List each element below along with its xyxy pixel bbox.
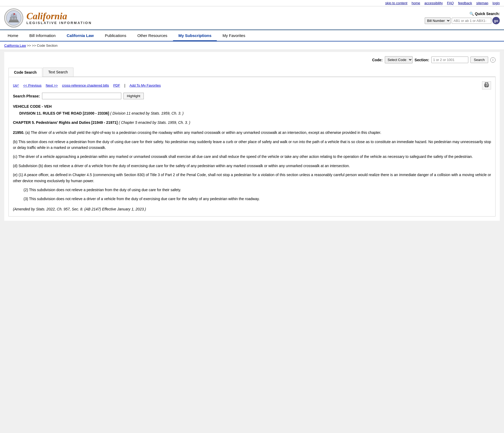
site-title: California LEGISLATIVE INFORMATION (26, 11, 92, 25)
section-intro-paragraph: 21950. (a) The driver of a vehicle shall… (13, 130, 491, 135)
svg-rect-8 (10, 20, 18, 21)
add-to-favorites-link[interactable]: Add To My Favorites (130, 83, 161, 87)
phrase-input[interactable] (42, 93, 121, 99)
svg-rect-9 (9, 21, 19, 22)
svg-rect-3 (10, 17, 11, 20)
quick-search-input[interactable] (452, 18, 491, 24)
search-phrase-row: Search Phrase: Highlight (13, 93, 491, 99)
main-content: Code: Select Code Section: Search i Code… (4, 52, 500, 221)
quick-search-label: 🔍 Quick Search: (469, 12, 500, 16)
paragraph-d: (d) Subdivision (b) does not relieve a d… (13, 163, 491, 169)
chapter-text: CHAPTER 5. Pedestrians' Rights and Dutie… (13, 120, 118, 125)
paragraph-a: (a) The driver of a vehicle shall yield … (25, 130, 381, 135)
site-logo (4, 8, 23, 27)
law-chapter: CHAPTER 5. Pedestrians' Rights and Dutie… (13, 120, 491, 125)
separator: | (124, 83, 125, 88)
document-navigation: Up^ << Previous Next >> cross-reference … (13, 81, 491, 90)
paragraph-c: (c) The driver of a vehicle approaching … (13, 154, 491, 159)
print-icon[interactable] (482, 81, 491, 90)
breadcrumb: California Law >> >> Code Section (0, 41, 504, 50)
text-search-tab[interactable]: Text Search (43, 68, 73, 77)
top-navigation: skip to content home accessibility FAQ f… (0, 0, 504, 6)
breadcrumb-separator: >> >> (27, 44, 37, 48)
accessibility-link[interactable]: accessibility (424, 1, 443, 5)
quick-search-row: Bill Number go (425, 17, 500, 24)
go-button[interactable]: go (492, 17, 500, 24)
logo-area: California LEGISLATIVE INFORMATION (4, 8, 92, 27)
svg-rect-2 (11, 16, 16, 17)
california-law-tab[interactable]: California Law (61, 30, 99, 41)
amendment-note: (Amended by Stats. 2022, Ch. 957, Sec. 8… (13, 206, 491, 212)
home-link[interactable]: home (411, 1, 420, 5)
sitemap-link[interactable]: sitemap (476, 1, 488, 5)
info-icon[interactable]: i (490, 57, 496, 63)
legislative-text: LEGISLATIVE INFORMATION (26, 21, 92, 25)
code-label: Code: (372, 58, 383, 62)
publications-tab[interactable]: Publications (99, 30, 132, 41)
bill-type-select[interactable]: Bill Number (425, 17, 451, 24)
site-header: California LEGISLATIVE INFORMATION 🔍 Qui… (0, 6, 504, 30)
my-subscriptions-tab[interactable]: My Subscriptions (173, 30, 217, 41)
breadcrumb-current: Code Section (37, 44, 58, 48)
skip-to-content-link[interactable]: skip to content (385, 1, 408, 5)
code-select[interactable]: Select Code (385, 56, 413, 63)
division-note: ( Division 11 enacted by Stats. 1959, Ch… (110, 111, 184, 115)
law-title: VEHICLE CODE - VEH (13, 103, 491, 109)
code-search-button[interactable]: Search (470, 57, 488, 63)
quick-search-area: 🔍 Quick Search: Bill Number go (425, 12, 500, 24)
section-input[interactable] (431, 57, 468, 63)
cross-reference-link[interactable]: cross-reference chaptered bills (62, 83, 109, 87)
paragraph-e3: (3) This subdivision does not relieve a … (24, 196, 491, 202)
section-number: 21950. (13, 130, 24, 135)
paragraph-b: (b) This section does not relieve a pede… (13, 139, 491, 151)
my-favorites-tab[interactable]: My Favorites (217, 30, 251, 41)
svg-rect-5 (13, 17, 14, 20)
paragraph-e1: (e) (1) A peace officer, as defined in C… (13, 172, 491, 184)
section-label: Section: (415, 58, 429, 62)
chapter-note: ( Chapter 5 enacted by Stats. 1959, Ch. … (119, 120, 190, 125)
bill-info-tab[interactable]: Bill Information (24, 30, 61, 41)
code-search-tab[interactable]: Code Search (8, 68, 42, 77)
document-area: Up^ << Previous Next >> cross-reference … (8, 77, 496, 216)
law-division: DIVISION 11. RULES OF THE ROAD [21000 - … (19, 110, 491, 116)
svg-rect-13 (485, 83, 488, 84)
svg-rect-6 (15, 17, 15, 20)
other-resources-tab[interactable]: Other Resources (132, 30, 173, 41)
faq-link[interactable]: FAQ (447, 1, 454, 5)
highlight-button[interactable]: Highlight (123, 93, 144, 99)
law-content: VEHICLE CODE - VEH DIVISION 11. RULES OF… (13, 103, 491, 212)
previous-link[interactable]: << Previous (23, 83, 41, 87)
pdf-link[interactable]: PDF (113, 83, 120, 87)
svg-rect-10 (8, 22, 19, 22)
main-navigation: Home Bill Information California Law Pub… (0, 30, 504, 41)
svg-rect-4 (11, 17, 12, 20)
next-link[interactable]: Next >> (46, 83, 58, 87)
california-text: California (26, 11, 92, 21)
home-tab[interactable]: Home (2, 30, 24, 41)
svg-rect-7 (16, 17, 17, 20)
up-link[interactable]: Up^ (13, 83, 19, 87)
california-law-breadcrumb-link[interactable]: California Law (4, 44, 26, 48)
division-text: DIVISION 11. RULES OF THE ROAD [21000 - … (19, 111, 109, 115)
feedback-link[interactable]: feedback (458, 1, 472, 5)
login-link[interactable]: login (493, 1, 500, 5)
paragraph-e2: (2) This subdivision does not relieve a … (24, 187, 491, 193)
search-tabs: Code Search Text Search (8, 68, 496, 77)
search-phrase-label: Search Phrase: (13, 94, 40, 98)
search-icon: 🔍 (469, 12, 474, 16)
code-section-search-row: Code: Select Code Section: Search i (8, 56, 496, 63)
